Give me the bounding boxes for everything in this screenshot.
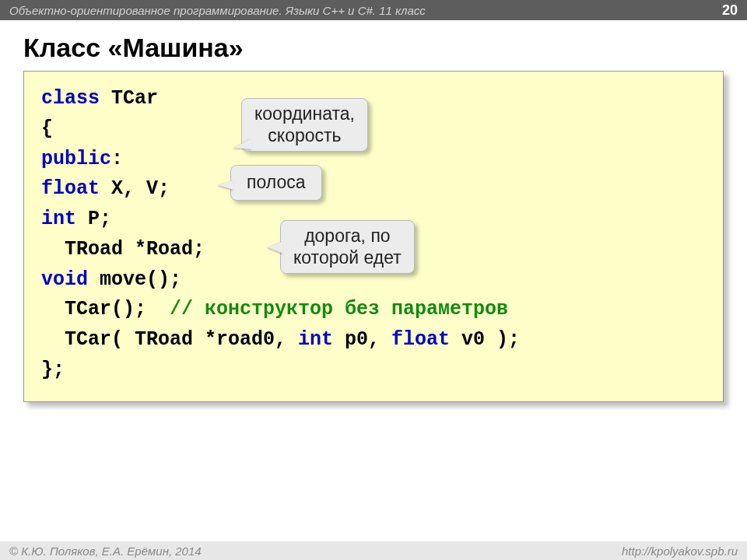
keyword-float: float xyxy=(41,177,100,200)
page-number: 20 xyxy=(722,2,738,19)
code-text: X, V; xyxy=(100,177,170,200)
code-text: TCar(); xyxy=(41,298,170,320)
breadcrumb: Объектно-ориентированное программировани… xyxy=(9,4,426,17)
footer-url: http://kpolyakov.spb.ru xyxy=(622,544,738,557)
keyword-int: int xyxy=(41,208,76,230)
keyword-public: public xyxy=(41,148,111,170)
code-text: p0, xyxy=(333,328,391,351)
keyword-class: class xyxy=(41,87,100,110)
code-text: move(); xyxy=(88,268,181,291)
slide-title: Класс «Машина» xyxy=(0,20,747,71)
callout-tail-icon xyxy=(233,138,252,149)
code-line: class TCar xyxy=(41,84,706,114)
callout-road: дорога, по которой едет xyxy=(280,220,415,274)
callout-lane: полоса xyxy=(230,165,322,201)
code-text: : xyxy=(111,148,123,170)
code-line: TCar( TRoad *road0, int p0, float v0 ); xyxy=(41,325,706,355)
header-bar: Объектно-ориентированное программировани… xyxy=(0,0,747,20)
callout-tail-icon xyxy=(268,241,283,254)
footer-bar: © К.Ю. Поляков, Е.А. Ерёмин, 2014 http:/… xyxy=(0,541,747,560)
callout-tail-icon xyxy=(218,180,233,190)
code-line: { xyxy=(41,114,706,145)
code-text: TCar xyxy=(100,87,158,110)
code-text: v0 ); xyxy=(450,328,520,351)
code-line: TCar(); // конструктор без параметров xyxy=(41,295,706,325)
code-comment: // конструктор без параметров xyxy=(170,298,508,320)
code-text: P; xyxy=(76,208,111,230)
keyword-void: void xyxy=(41,268,88,291)
code-line: public: xyxy=(41,145,706,175)
keyword-float: float xyxy=(391,328,450,351)
code-line: }; xyxy=(41,355,706,386)
code-line: float X, V; xyxy=(41,174,706,205)
keyword-int: int xyxy=(298,328,333,351)
code-text: TCar( TRoad *road0, xyxy=(41,328,298,351)
callout-coordinates: координата, скорость xyxy=(241,98,368,152)
copyright: © К.Ю. Поляков, Е.А. Ерёмин, 2014 xyxy=(9,544,202,557)
